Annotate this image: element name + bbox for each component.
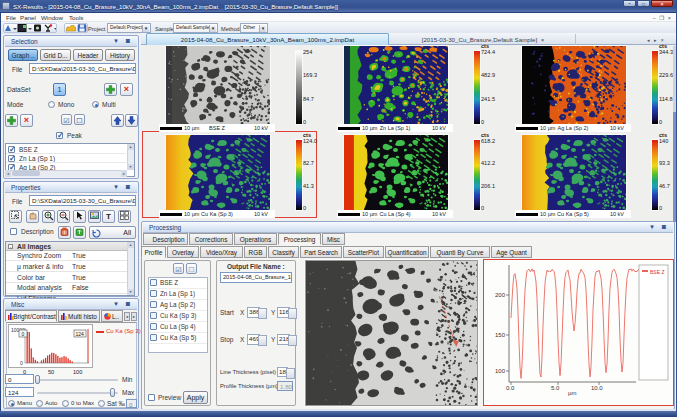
svg-text:150: 150 [495, 332, 506, 338]
svg-text:0: 0 [20, 360, 23, 366]
svg-text:10.0: 10.0 [591, 385, 603, 391]
svg-text:0: 0 [22, 331, 25, 337]
svg-text:100: 100 [495, 368, 506, 374]
svg-text:µm: µm [568, 390, 576, 396]
svg-text:124: 124 [76, 331, 85, 337]
svg-text:BSE Z: BSE Z [650, 269, 664, 275]
svg-text:0.0: 0.0 [506, 385, 515, 391]
svg-text:5.0: 5.0 [551, 385, 560, 391]
svg-text:200: 200 [495, 292, 506, 298]
